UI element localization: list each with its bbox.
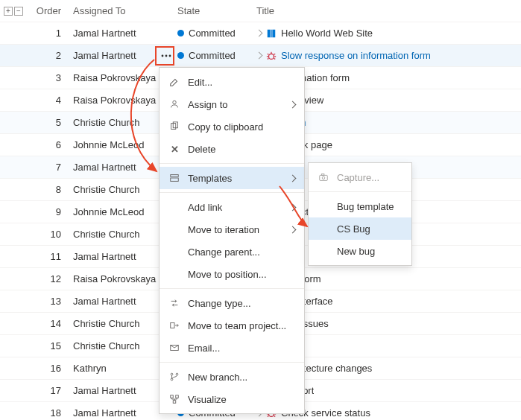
visualize-icon <box>168 393 180 405</box>
menu-delete[interactable]: ✕ Delete <box>160 138 304 160</box>
cell-assigned: Raisa Pokrovskaya <box>72 95 158 106</box>
svg-rect-11 <box>171 175 179 177</box>
cell-order: 16 <box>27 363 72 374</box>
cell-order: 3 <box>27 72 72 83</box>
title-text[interactable]: Slow response on information form <box>281 50 431 61</box>
menu-visualize[interactable]: Visualize <box>160 388 304 410</box>
person-icon <box>168 98 180 110</box>
cell-assigned: Christie Church <box>72 117 158 128</box>
menu-assign-to[interactable]: Assign to <box>160 93 304 115</box>
submenu-bug-template[interactable]: Bug template <box>309 195 411 217</box>
menu-change-parent[interactable]: Change parent... <box>160 241 304 263</box>
cell-assigned: Christie Church <box>72 340 158 351</box>
submenu-cs-bug[interactable]: CS Bug <box>309 217 411 240</box>
menu-templates[interactable]: Templates <box>160 167 304 189</box>
templates-submenu: Capture... Bug template CS Bug New bug <box>308 162 412 266</box>
cell-assigned: Jamal Hartnett <box>72 385 158 396</box>
column-order[interactable]: Order <box>27 5 72 16</box>
grid-header: + − Order Assigned To State Title <box>0 0 521 22</box>
svg-rect-12 <box>171 178 179 181</box>
cell-order: 9 <box>27 206 72 217</box>
cell-order: 18 <box>27 407 72 419</box>
menu-move-to-iteration[interactable]: Move to iteration <box>160 218 304 241</box>
svg-point-22 <box>322 176 325 179</box>
more-actions-button[interactable] <box>160 49 173 63</box>
svg-rect-2 <box>273 29 276 37</box>
swap-icon <box>168 297 180 309</box>
menu-email[interactable]: Email... <box>160 337 304 359</box>
table-row[interactable]: 2Jamal HartnettCommittedSlow response on… <box>0 45 521 67</box>
menu-copy[interactable]: Copy to clipboard <box>160 115 304 138</box>
cell-state: Committed <box>174 50 255 61</box>
bug-icon <box>266 51 277 61</box>
state-dot-icon <box>177 30 184 36</box>
cell-order: 2 <box>27 50 72 61</box>
cell-assigned: Kathryn <box>72 363 158 374</box>
svg-point-4 <box>165 54 168 57</box>
chevron-right-icon <box>289 203 297 211</box>
svg-point-17 <box>176 373 178 375</box>
cell-order: 11 <box>27 251 72 262</box>
cell-assigned: Christie Church <box>72 229 158 240</box>
camera-icon <box>318 171 329 183</box>
cell-order: 6 <box>27 139 72 150</box>
table-row[interactable]: 1Jamal HartnettCommittedHello World Web … <box>0 22 521 45</box>
mail-icon <box>168 342 180 354</box>
menu-new-branch[interactable]: New branch... <box>160 366 304 388</box>
state-dot-icon <box>177 52 184 59</box>
cell-assigned: Christie Church <box>72 318 158 329</box>
delete-icon: ✕ <box>168 143 180 155</box>
expand-all-icon[interactable]: + <box>4 7 13 16</box>
column-title[interactable]: Title <box>255 5 521 16</box>
cell-order: 14 <box>27 318 72 329</box>
cell-order: 15 <box>27 340 72 351</box>
cell-order: 8 <box>27 184 72 195</box>
svg-point-5 <box>169 54 171 57</box>
cell-order: 12 <box>27 273 72 284</box>
move-icon <box>168 319 180 331</box>
cell-assigned: Jamal Hartnett <box>72 407 158 419</box>
svg-point-16 <box>171 378 173 381</box>
cell-assigned: Raisa Pokrovskaya <box>72 72 158 83</box>
svg-rect-20 <box>173 401 176 404</box>
cell-order: 10 <box>27 229 72 240</box>
svg-rect-13 <box>171 323 174 328</box>
menu-move-to-position[interactable]: Move to position... <box>160 263 304 285</box>
submenu-new-bug[interactable]: New bug <box>309 240 411 262</box>
cell-assigned: Johnnie McLeod <box>72 206 158 217</box>
svg-point-6 <box>269 54 274 59</box>
menu-edit[interactable]: Edit... <box>160 71 304 93</box>
chevron-right-icon <box>256 30 263 37</box>
cell-assigned: Jamal Hartnett <box>72 50 158 61</box>
svg-point-15 <box>171 373 173 375</box>
menu-move-to-team[interactable]: Move to team project... <box>160 314 304 337</box>
svg-rect-23 <box>321 174 324 176</box>
copy-icon <box>168 121 180 133</box>
cell-order: 4 <box>27 95 72 106</box>
cell-order: 13 <box>27 296 72 307</box>
cell-assigned: Christie Church <box>72 184 158 195</box>
column-assigned[interactable]: Assigned To <box>72 5 158 16</box>
chevron-right-icon <box>289 226 297 233</box>
book-icon <box>266 28 277 39</box>
svg-rect-0 <box>268 29 271 37</box>
pencil-icon <box>168 76 180 88</box>
collapse-all-icon[interactable]: − <box>14 7 23 16</box>
svg-point-8 <box>173 101 176 104</box>
svg-rect-21 <box>320 175 328 180</box>
context-menu: Edit... Assign to Copy to clipboard ✕ De… <box>159 67 305 414</box>
chevron-right-icon <box>289 101 297 108</box>
branch-icon <box>168 371 180 383</box>
chevron-right-icon <box>289 174 297 182</box>
svg-rect-19 <box>176 395 179 398</box>
menu-add-link[interactable]: Add link <box>160 196 304 218</box>
column-state[interactable]: State <box>174 5 255 16</box>
cell-assigned: Jamal Hartnett <box>72 28 158 39</box>
svg-point-3 <box>162 54 164 57</box>
cell-order: 7 <box>27 162 72 173</box>
submenu-capture[interactable]: Capture... <box>309 166 411 188</box>
menu-change-type[interactable]: Change type... <box>160 292 304 314</box>
templates-icon <box>168 172 180 184</box>
cell-assigned: Jamal Hartnett <box>72 296 158 307</box>
cell-state: Committed <box>174 28 255 39</box>
